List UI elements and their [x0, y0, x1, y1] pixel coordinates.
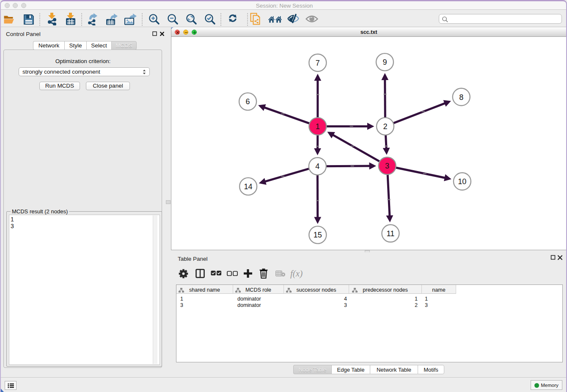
svg-text:3: 3 [385, 162, 389, 170]
svg-text:10: 10 [458, 177, 466, 186]
svg-text:1: 1 [316, 122, 320, 131]
svg-text:14: 14 [244, 182, 253, 191]
svg-text:11: 11 [387, 229, 395, 238]
svg-text:7: 7 [316, 59, 320, 67]
svg-text:4: 4 [315, 162, 319, 171]
svg-text:8: 8 [459, 93, 463, 102]
svg-text:2: 2 [383, 122, 387, 131]
svg-text:6: 6 [246, 97, 250, 106]
svg-text:15: 15 [314, 231, 322, 239]
svg-text:9: 9 [383, 58, 387, 66]
